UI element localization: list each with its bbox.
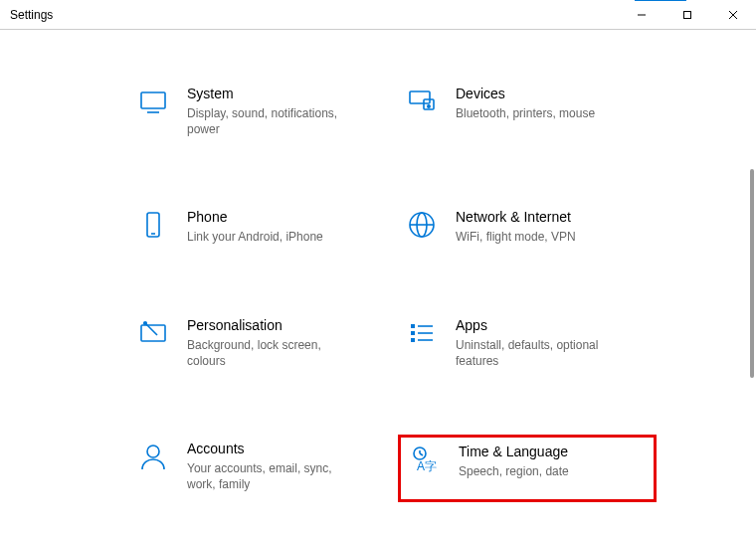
minimize-button[interactable] bbox=[619, 0, 664, 30]
tile-desc: Bluetooth, printers, mouse bbox=[456, 105, 595, 121]
accounts-icon bbox=[137, 441, 169, 472]
maximize-icon bbox=[682, 10, 692, 20]
tile-title: System bbox=[187, 86, 356, 101]
svg-rect-19 bbox=[411, 331, 415, 335]
accent-strip bbox=[635, 0, 686, 1]
tile-title: Devices bbox=[456, 86, 595, 101]
apps-icon bbox=[406, 317, 438, 349]
svg-line-26 bbox=[420, 453, 423, 455]
tile-personalisation[interactable]: Personalisation Background, lock screen,… bbox=[129, 311, 388, 379]
close-button[interactable] bbox=[710, 0, 756, 30]
close-icon bbox=[728, 10, 738, 20]
tile-desc: Speech, region, date bbox=[459, 463, 569, 479]
svg-rect-1 bbox=[684, 12, 691, 19]
tile-system[interactable]: System Display, sound, notifications, po… bbox=[129, 80, 388, 147]
minimize-icon bbox=[637, 10, 647, 20]
tile-title: Phone bbox=[187, 209, 323, 225]
tile-title: Time & Language bbox=[459, 444, 569, 459]
svg-rect-14 bbox=[141, 325, 165, 341]
tile-desc: Display, sound, notifications, power bbox=[187, 105, 356, 137]
devices-icon bbox=[406, 86, 438, 117]
scrollbar[interactable] bbox=[750, 169, 754, 378]
tile-desc: Link your Android, iPhone bbox=[187, 229, 323, 245]
network-icon bbox=[406, 209, 438, 241]
personalisation-icon bbox=[137, 317, 169, 349]
svg-rect-17 bbox=[411, 324, 415, 328]
phone-icon bbox=[137, 209, 169, 241]
tile-desc: Your accounts, email, sync, work, family bbox=[187, 460, 356, 492]
settings-grid: System Display, sound, notifications, po… bbox=[129, 80, 696, 535]
system-icon bbox=[137, 86, 169, 117]
tile-desc: WiFi, flight mode, VPN bbox=[456, 229, 576, 245]
maximize-button[interactable] bbox=[664, 0, 710, 30]
tile-title: Apps bbox=[456, 317, 625, 333]
tile-title: Accounts bbox=[187, 441, 356, 456]
tile-accounts[interactable]: Accounts Your accounts, email, sync, wor… bbox=[129, 435, 388, 502]
tile-title: Personalisation bbox=[187, 317, 356, 333]
tile-network[interactable]: Network & Internet WiFi, flight mode, VP… bbox=[398, 203, 657, 255]
tile-desc: Uninstall, defaults, optional features bbox=[456, 337, 625, 369]
svg-point-23 bbox=[147, 446, 159, 457]
tile-desc: Background, lock screen, colours bbox=[187, 337, 356, 369]
window-title: Settings bbox=[10, 8, 53, 22]
time-language-icon: A字 bbox=[409, 444, 441, 475]
settings-content: System Display, sound, notifications, po… bbox=[0, 30, 756, 535]
svg-rect-21 bbox=[411, 338, 415, 342]
svg-text:A字: A字 bbox=[417, 459, 437, 473]
tile-phone[interactable]: Phone Link your Android, iPhone bbox=[129, 203, 388, 255]
tile-title: Network & Internet bbox=[456, 209, 576, 225]
svg-point-16 bbox=[144, 321, 147, 324]
svg-rect-6 bbox=[410, 91, 430, 103]
window-controls bbox=[619, 0, 756, 29]
titlebar: Settings bbox=[0, 0, 756, 30]
tile-devices[interactable]: Devices Bluetooth, printers, mouse bbox=[398, 80, 657, 147]
tile-apps[interactable]: Apps Uninstall, defaults, optional featu… bbox=[398, 311, 657, 379]
svg-point-8 bbox=[428, 105, 430, 107]
svg-rect-4 bbox=[141, 92, 165, 108]
tile-time-language[interactable]: A字 Time & Language Speech, region, date bbox=[398, 435, 657, 502]
